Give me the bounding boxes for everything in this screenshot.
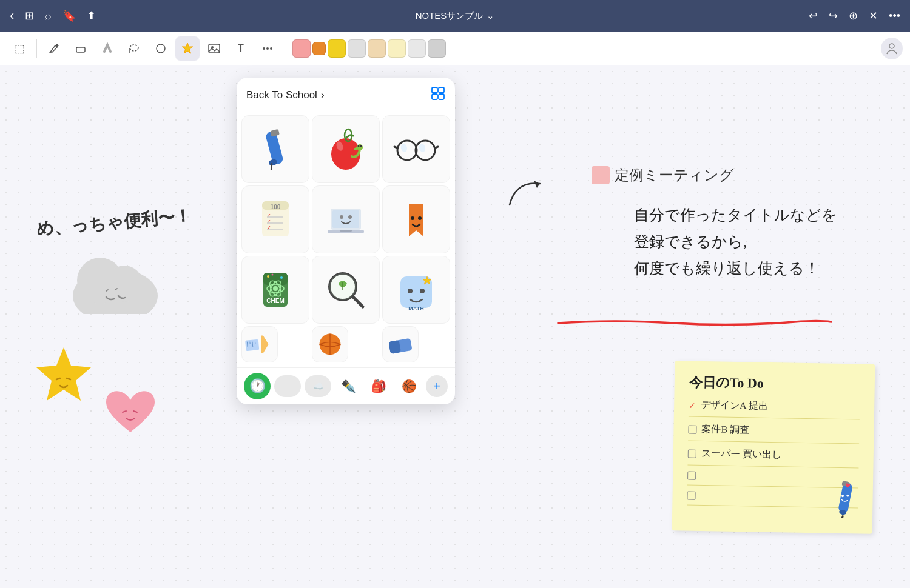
grid-view-button[interactable]: ⊞	[25, 9, 34, 22]
sticker-glasses[interactable]	[382, 115, 450, 183]
image-tool-button[interactable]	[202, 36, 226, 61]
sticky-text-1: デザインA 提出	[701, 399, 768, 413]
sticky-checkbox-5	[687, 492, 695, 500]
sticky-note-title: 今日のTo Do	[689, 373, 860, 395]
svg-line-38	[435, 147, 438, 148]
svg-point-31	[357, 144, 363, 150]
svg-point-74	[420, 289, 425, 293]
panel-header: Back To School ›	[237, 78, 455, 110]
text-tool-button[interactable]: T	[229, 36, 253, 61]
pen-tool-button[interactable]	[42, 36, 66, 61]
sticker-eraser-blue[interactable]	[382, 326, 419, 362]
category-pill1-button[interactable]	[274, 375, 301, 397]
sticky-note: 今日のTo Do ✓ デザインA 提出 案件B 調査 スーパー 買い出し	[672, 361, 875, 534]
sticker-checklist[interactable]: 100 ✓ ✓ ✓	[241, 185, 309, 253]
color-swatch-gray2[interactable]	[428, 39, 446, 58]
sticker-tool-button[interactable]	[175, 36, 200, 61]
svg-rect-4	[209, 44, 220, 53]
heart-sticker	[103, 387, 158, 441]
sticker-pen[interactable]	[241, 115, 309, 183]
sticker-magnify[interactable]	[312, 256, 380, 324]
panel-category-strip: 🕐 ☁️ ✒️ 🎒 🏀 +	[237, 367, 455, 404]
svg-rect-23	[439, 94, 444, 99]
svg-rect-22	[432, 94, 437, 99]
sticker-panel: Back To School ›	[237, 78, 455, 404]
svg-point-34	[397, 141, 417, 160]
sticky-item-2: 案件B 調査	[688, 423, 859, 444]
svg-rect-86	[388, 340, 401, 354]
sticker-basketball[interactable]	[312, 326, 348, 362]
svg-marker-3	[182, 43, 193, 53]
undo-button[interactable]: ↩	[809, 9, 818, 22]
svg-point-53	[348, 215, 352, 219]
titlebar-right-controls: ↩ ↪ ⊕ ✕ •••	[809, 9, 900, 22]
main-text-line2: 登録できるから,	[634, 229, 837, 255]
svg-point-8	[270, 47, 272, 50]
sticky-item-3: スーパー 買い出し	[687, 447, 858, 469]
color-swatch-yellow[interactable]	[328, 39, 346, 58]
svg-text:✓: ✓	[267, 219, 271, 224]
color-swatch-orange[interactable]	[312, 42, 326, 55]
sticker-chem[interactable]: CHEM	[241, 256, 309, 324]
sticky-text-2: 案件B 調査	[701, 423, 749, 436]
color-swatch-cream[interactable]	[388, 39, 406, 58]
arrow-decoration	[504, 175, 552, 211]
panel-grid-toggle[interactable]	[431, 86, 445, 104]
shape-tool-button[interactable]	[149, 36, 173, 61]
sticker-math[interactable]: MATH	[382, 256, 450, 324]
sticker-laptop[interactable]	[312, 185, 380, 253]
more-options-button[interactable]: •••	[889, 10, 900, 22]
toolbar-separator	[36, 39, 37, 58]
svg-point-64	[267, 275, 269, 278]
share-button[interactable]: ⬆	[87, 9, 96, 22]
category-bag-button[interactable]: 🎒	[365, 373, 392, 399]
add-category-button[interactable]: +	[426, 375, 448, 397]
svg-point-56	[411, 216, 414, 220]
svg-rect-20	[432, 87, 437, 93]
svg-point-35	[416, 141, 435, 160]
sticker-bookmark[interactable]	[382, 185, 450, 253]
more-tool-button[interactable]	[255, 36, 280, 61]
color-swatch-gray1[interactable]	[348, 39, 366, 58]
highlighter-tool-button[interactable]	[95, 36, 120, 61]
sticky-check-1: ✓	[689, 400, 696, 410]
back-button[interactable]: ‹	[10, 8, 14, 24]
bookmark-button[interactable]: 🔖	[62, 9, 76, 22]
sidebar-toggle-button[interactable]: ⬚	[7, 36, 32, 61]
svg-rect-51	[332, 210, 359, 228]
sticky-text-3: スーパー 買い出し	[701, 447, 781, 461]
toolbar: ⬚ T	[0, 32, 910, 65]
star-sticker	[33, 344, 94, 407]
svg-point-73	[408, 289, 413, 293]
svg-point-1	[130, 45, 138, 51]
sticker-ruler[interactable]	[241, 326, 278, 362]
color-swatch-lightgray[interactable]	[408, 39, 426, 58]
category-pen-button[interactable]: ✒️	[335, 373, 362, 399]
svg-rect-21	[439, 87, 444, 93]
svg-point-33	[360, 145, 362, 147]
category-recent-button[interactable]: 🕐	[244, 373, 271, 399]
eraser-tool-button[interactable]	[69, 36, 93, 61]
meeting-title: 定例ミーティング	[615, 165, 734, 185]
panel-title-text: Back To School	[246, 89, 317, 101]
sticker-grid: 100 ✓ ✓ ✓	[237, 110, 455, 367]
add-page-button[interactable]: ⊕	[849, 9, 858, 22]
close-button[interactable]: ✕	[869, 9, 878, 22]
sticky-checkbox-2	[688, 425, 696, 433]
sticker-apple[interactable]	[312, 115, 380, 183]
svg-point-52	[340, 215, 343, 219]
color-swatch-peach[interactable]	[368, 39, 386, 58]
main-description-text: 自分で作ったタイトルなどを 登録できるから, 何度でも繰り返し使える！	[634, 202, 837, 281]
search-button[interactable]: ⌕	[45, 10, 52, 22]
category-cloud-button[interactable]: ☁️	[305, 375, 331, 397]
category-ball-button[interactable]: 🏀	[396, 373, 422, 399]
svg-text:MATH: MATH	[408, 306, 423, 312]
redo-button[interactable]: ↪	[829, 9, 838, 22]
svg-rect-0	[76, 47, 85, 52]
color-swatch-pink[interactable]	[292, 39, 311, 58]
sticky-checkbox-4	[687, 472, 696, 480]
main-text-line1: 自分で作ったタイトルなどを	[634, 202, 837, 229]
lasso-tool-button[interactable]	[122, 36, 146, 61]
panel-title: Back To School ›	[246, 89, 325, 101]
svg-point-9	[889, 44, 894, 48]
